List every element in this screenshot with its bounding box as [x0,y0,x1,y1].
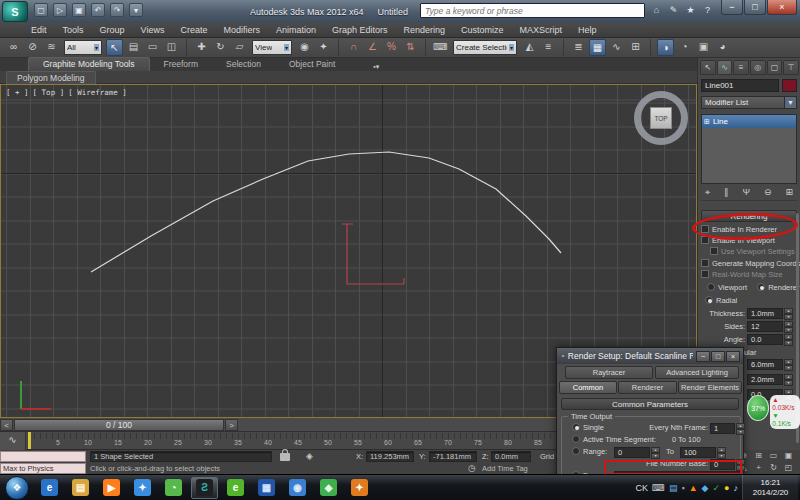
polygon-modeling-tab[interactable]: Polygon Modeling [6,71,96,84]
object-color-swatch[interactable] [782,79,797,92]
radio-icon[interactable] [572,435,580,443]
align-icon[interactable]: ≡ [540,39,557,56]
tab-raytracer[interactable]: Raytracer [565,366,653,379]
thickness-spinner[interactable]: ▴▾ [784,308,793,319]
spline-curve[interactable] [91,152,561,272]
common-parameters-rollout[interactable]: Common Parameters [561,398,739,410]
generate-mapping-row[interactable]: Generate Mapping Coords. [701,259,799,270]
new-file-icon[interactable]: ▢ [34,3,48,17]
tab-utilities-icon[interactable]: ⊤ [783,60,799,75]
menu-create[interactable]: Create [173,24,214,36]
previous-frame-button[interactable]: < [0,419,13,431]
selection-filter-dropdown[interactable]: All▾ [64,40,102,55]
current-frame-marker[interactable] [28,432,31,449]
length-spinner[interactable]: ▴▾ [784,359,793,370]
tab-modify-icon[interactable]: ∿ [717,60,733,75]
enable-in-viewport-row[interactable]: Enable In Viewport [701,236,799,247]
select-and-link-icon[interactable]: ∞ [5,39,22,56]
taskbar-clock[interactable]: 16:21 2014/2/20 [742,475,798,500]
ribbon-tab-graphite[interactable]: Graphite Modeling Tools [28,57,150,71]
stack-item-line[interactable]: ⊞ Line [702,115,796,128]
start-button[interactable]: ❖ [5,476,29,500]
taskbar-360-browser[interactable]: ◔ [160,477,187,499]
save-file-icon[interactable]: ▣ [72,3,86,17]
tab-advanced-lighting[interactable]: Advanced Lighting [655,366,739,379]
menu-customize[interactable]: Customize [454,24,511,36]
sides-field[interactable]: 12 [747,321,783,332]
viewport-menu-view[interactable]: [ Top ] [33,88,65,97]
taskbar-3ds-max[interactable]: Ƨ [191,477,218,499]
make-unique-icon[interactable]: Ψ [742,187,750,200]
single-radio[interactable]: Single [572,423,604,433]
thickness-field[interactable]: 1.0mm [747,308,783,319]
workspace-dropdown-icon[interactable]: ▾ [129,3,143,17]
percent-snap-icon[interactable]: % [383,39,400,56]
modifier-stack[interactable]: ⊞ Line [701,114,797,184]
taskbar-pptv[interactable]: ▶ [98,477,125,499]
bind-to-space-warp-icon[interactable]: ≋ [43,39,60,56]
speed-ball[interactable]: 37% [747,395,769,421]
radio-icon[interactable] [572,447,580,455]
menu-edit[interactable]: Edit [24,24,54,36]
select-and-scale-icon[interactable]: ▱ [231,39,248,56]
communication-icon[interactable]: ✎ [667,3,680,17]
viewcube-top-face[interactable]: TOP [650,107,672,129]
tray-updater-icon[interactable]: ● [724,483,729,493]
taskbar-file-explorer[interactable]: ▤ [67,477,94,499]
rendered-frame-window-icon[interactable]: ▣ [695,39,712,56]
dialog-title-bar[interactable]: ◔ Render Setup: Default Scanline Rend...… [557,348,743,364]
subscription-icon[interactable]: ⌂ [650,3,663,17]
z-coordinate-field[interactable]: 0.0mm [491,451,531,462]
selection-lock-icon[interactable] [280,453,290,461]
curve-editor-icon[interactable]: ∿ [608,39,625,56]
checkbox-icon[interactable] [701,259,709,267]
render-setup-icon[interactable]: ◔ [676,39,693,56]
tray-shield-icon[interactable]: ✓ [713,483,721,493]
chevron-down-icon[interactable]: ▼ [784,97,796,108]
render-production-icon[interactable]: ◕ [714,39,731,56]
file-number-base-spinner[interactable]: ▴▾ [736,459,745,470]
zoom-extents-all-icon[interactable]: ▣ [781,450,796,461]
enable-in-renderer-row[interactable]: Enable In Renderer [701,225,799,236]
length-field[interactable]: 6.0mm [747,359,783,370]
tab-render-elements[interactable]: Render Elements [678,381,742,394]
x-coordinate-field[interactable]: 119.253mm [366,451,414,462]
tray-mini-icon[interactable]: ▪ [681,483,684,493]
app-logo-icon[interactable]: S [2,1,28,22]
select-and-manipulate-icon[interactable]: ✦ [315,39,332,56]
tray-keyboard-icon[interactable]: ⌨ [652,483,665,493]
viewcube[interactable]: TOP [634,91,688,145]
object-name-field[interactable]: Line001 [701,79,779,92]
tray-vlc-icon[interactable]: ▲ [689,483,698,493]
time-slider-handle[interactable]: 0 / 100 [14,419,224,431]
menu-group[interactable]: Group [93,24,132,36]
menu-tools[interactable]: Tools [56,24,91,36]
window-crossing-icon[interactable]: ◫ [163,39,180,56]
remove-modifier-icon[interactable]: ⊖ [764,187,772,200]
reference-coordinate-dropdown[interactable]: View▾ [252,40,292,55]
add-time-tag[interactable]: Add Time Tag [482,463,528,474]
orbit-icon[interactable]: ↻ [766,462,781,473]
tab-hierarchy-icon[interactable]: ≡ [733,60,749,75]
graphite-ribbon-toggle-icon[interactable]: ▦ [589,39,606,56]
use-pivot-point-icon[interactable]: ◉ [296,39,313,56]
close-button[interactable]: × [767,0,797,15]
tray-color-icon[interactable]: ◆ [702,483,709,493]
material-editor-icon[interactable]: ◑ [657,39,674,56]
taskbar-internet-explorer[interactable]: e [36,477,63,499]
select-object-icon[interactable]: ↖ [106,39,123,56]
select-by-name-icon[interactable]: ▤ [125,39,142,56]
taskbar-browser-compass[interactable]: ✦ [129,477,156,499]
ribbon-minimize-icon[interactable]: ▪▾ [373,63,379,71]
ribbon-tab-freeform[interactable]: Freeform [150,58,212,71]
pan-icon[interactable]: + [751,462,766,473]
unlink-selection-icon[interactable]: ⊘ [24,39,41,56]
taskbar-camera-app[interactable]: ◉ [284,477,311,499]
tab-renderer[interactable]: Renderer [618,381,677,394]
angle-spinner[interactable]: ▴▾ [784,334,793,345]
zoom-extents-icon[interactable]: ▭ [766,450,781,461]
width-spinner[interactable]: ▴▾ [784,374,793,385]
expand-icon[interactable]: ⊞ [704,116,710,128]
active-segment-radio[interactable]: Active Time Segment: [572,435,656,445]
layer-manager-icon[interactable]: ≣ [570,39,587,56]
